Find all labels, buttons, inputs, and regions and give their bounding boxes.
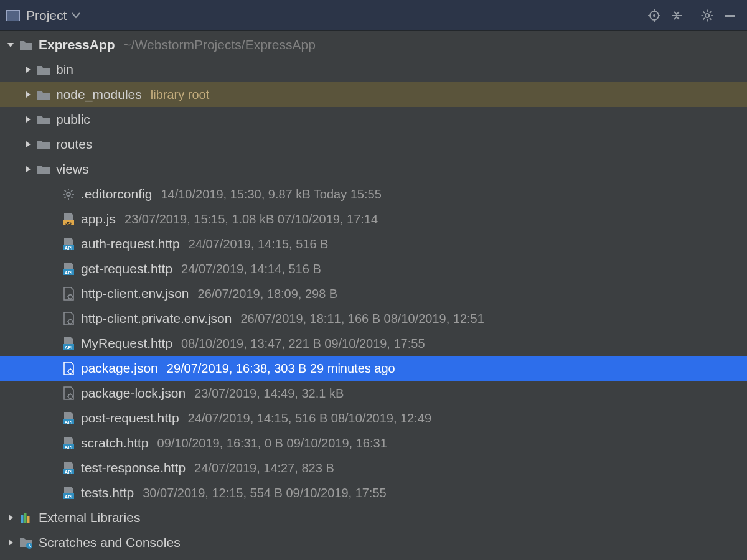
tree-file[interactable]: package.json29/07/2019, 16:38, 303 B 29 … bbox=[0, 356, 747, 381]
svg-rect-64 bbox=[27, 516, 30, 523]
svg-rect-16 bbox=[725, 15, 735, 17]
file-name: .editorconfig bbox=[81, 187, 152, 202]
folder-name: bin bbox=[56, 62, 73, 77]
svg-point-49 bbox=[68, 394, 72, 398]
file-meta: 24/07/2019, 14:15, 516 B 08/10/2019, 12:… bbox=[188, 411, 431, 426]
svg-line-15 bbox=[703, 18, 705, 20]
tree-file[interactable]: JSapp.js23/07/2019, 15:15, 1.08 kB 07/10… bbox=[0, 207, 747, 231]
tree-file[interactable]: APIpost-request.http24/07/2019, 14:15, 5… bbox=[0, 406, 747, 431]
file-meta: 24/07/2019, 14:27, 823 B bbox=[194, 461, 334, 475]
tree-file[interactable]: http-client.env.json26/07/2019, 18:09, 2… bbox=[0, 281, 747, 306]
file-meta: 24/07/2019, 14:14, 516 B bbox=[181, 262, 321, 276]
external-libraries[interactable]: External Libraries bbox=[0, 505, 747, 530]
svg-line-23 bbox=[71, 197, 72, 198]
collapse-all-icon[interactable] bbox=[665, 4, 688, 27]
file-name: http-client.env.json bbox=[81, 286, 189, 301]
file-meta: 30/07/2019, 12:15, 554 B 09/10/2019, 17:… bbox=[143, 486, 386, 500]
svg-text:API: API bbox=[65, 245, 73, 251]
settings-gear-icon[interactable] bbox=[696, 4, 718, 27]
svg-point-37 bbox=[68, 320, 72, 324]
project-tree: ExpressApp ~/WebstormProjects/ExpressApp… bbox=[0, 31, 747, 555]
chevron-down-icon[interactable] bbox=[4, 38, 17, 52]
file-name: tests.http bbox=[81, 485, 134, 500]
js-file-icon: JS bbox=[61, 212, 76, 226]
chevron-right-icon[interactable] bbox=[4, 511, 17, 525]
svg-line-14 bbox=[710, 11, 712, 13]
tree-file[interactable]: APItests.http30/07/2019, 12:15, 554 B 09… bbox=[0, 480, 747, 505]
folder-tag: library root bbox=[151, 88, 209, 102]
file-name: package.json bbox=[81, 361, 158, 376]
tree-file[interactable]: APIMyRequest.http08/10/2019, 13:47, 221 … bbox=[0, 331, 747, 356]
libraries-icon bbox=[19, 510, 34, 525]
api-file-icon: API bbox=[61, 485, 76, 500]
file-meta: 26/07/2019, 18:11, 166 B 08/10/2019, 12:… bbox=[240, 312, 484, 326]
file-name: MyRequest.http bbox=[81, 336, 172, 351]
json-config-icon bbox=[61, 286, 76, 301]
folder-icon bbox=[19, 37, 34, 52]
file-name: package-lock.json bbox=[81, 386, 186, 401]
json-config-icon bbox=[61, 311, 76, 326]
chevron-right-icon[interactable] bbox=[21, 162, 35, 176]
tree-file[interactable]: http-client.private.env.json26/07/2019, … bbox=[0, 306, 747, 331]
file-meta: 23/07/2019, 14:49, 32.1 kB bbox=[194, 386, 344, 401]
svg-text:API: API bbox=[65, 419, 73, 425]
locate-target-icon[interactable] bbox=[643, 4, 665, 27]
svg-point-17 bbox=[67, 192, 70, 196]
svg-line-13 bbox=[710, 18, 712, 20]
api-file-icon: API bbox=[61, 460, 76, 475]
folder-icon bbox=[36, 137, 51, 152]
chevron-right-icon[interactable] bbox=[21, 63, 35, 77]
file-name: app.js bbox=[81, 212, 116, 226]
tree-file[interactable]: package-lock.json23/07/2019, 14:49, 32.1… bbox=[0, 381, 747, 406]
file-meta: 23/07/2019, 15:15, 1.08 kB 07/10/2019, 1… bbox=[125, 212, 378, 226]
svg-line-24 bbox=[71, 190, 72, 192]
dropdown-icon[interactable] bbox=[72, 12, 80, 19]
tree-file[interactable]: APIscratch.http09/10/2019, 16:31, 0 B 09… bbox=[0, 431, 747, 455]
tree-folder[interactable]: node_moduleslibrary root bbox=[0, 82, 747, 107]
project-panel-header: Project bbox=[0, 0, 747, 31]
file-meta: 09/10/2019, 16:31, 0 B 09/10/2019, 16:31 bbox=[157, 436, 387, 450]
tree-folder[interactable]: routes bbox=[0, 132, 747, 157]
api-file-icon: API bbox=[61, 436, 76, 450]
svg-text:API: API bbox=[65, 270, 73, 276]
svg-point-7 bbox=[705, 13, 709, 17]
tree-file[interactable]: APItest-response.http24/07/2019, 14:27, … bbox=[0, 455, 747, 480]
svg-text:API: API bbox=[65, 345, 73, 350]
tree-file[interactable]: .editorconfig14/10/2019, 15:30, 9.87 kB … bbox=[0, 182, 747, 207]
json-config-icon bbox=[61, 386, 76, 401]
svg-line-25 bbox=[65, 197, 66, 198]
tree-root-expressapp[interactable]: ExpressApp ~/WebstormProjects/ExpressApp bbox=[0, 32, 747, 57]
file-meta: 26/07/2019, 18:09, 298 B bbox=[198, 287, 338, 301]
json-config-icon bbox=[61, 361, 76, 376]
file-meta: 08/10/2019, 13:47, 221 B 09/10/2019, 17:… bbox=[181, 337, 425, 351]
tree-folder[interactable]: views bbox=[0, 157, 747, 182]
folder-icon bbox=[36, 87, 51, 102]
project-name: ExpressApp bbox=[39, 37, 115, 52]
gear-icon bbox=[61, 187, 76, 202]
scratches-and-consoles[interactable]: Scratches and Consoles bbox=[0, 530, 747, 555]
bottom-item-name: External Libraries bbox=[39, 510, 140, 525]
folder-name: views bbox=[56, 162, 89, 177]
svg-point-44 bbox=[68, 370, 72, 373]
svg-point-5 bbox=[653, 14, 655, 17]
tree-folder[interactable]: public bbox=[0, 107, 747, 132]
chevron-right-icon[interactable] bbox=[21, 88, 35, 101]
svg-text:API: API bbox=[65, 469, 73, 475]
file-meta: 14/10/2019, 15:30, 9.87 kB Today 15:55 bbox=[161, 187, 381, 202]
svg-line-12 bbox=[703, 11, 705, 13]
hide-panel-icon[interactable] bbox=[718, 4, 741, 27]
chevron-right-icon[interactable] bbox=[4, 536, 17, 549]
chevron-right-icon[interactable] bbox=[21, 138, 35, 151]
panel-title[interactable]: Project bbox=[26, 8, 67, 23]
file-name: post-request.http bbox=[81, 411, 179, 426]
tree-folder[interactable]: bin bbox=[0, 57, 747, 82]
header-divider bbox=[692, 7, 692, 24]
folder-name: node_modules bbox=[56, 87, 142, 102]
file-meta: 24/07/2019, 14:15, 516 B bbox=[189, 237, 329, 251]
tree-file[interactable]: APIauth-request.http24/07/2019, 14:15, 5… bbox=[0, 231, 747, 256]
bottom-item-name: Scratches and Consoles bbox=[39, 535, 181, 550]
project-window-icon bbox=[6, 10, 20, 21]
chevron-right-icon[interactable] bbox=[21, 113, 35, 126]
tree-file[interactable]: APIget-request.http24/07/2019, 14:14, 51… bbox=[0, 256, 747, 281]
file-name: auth-request.http bbox=[81, 236, 180, 251]
